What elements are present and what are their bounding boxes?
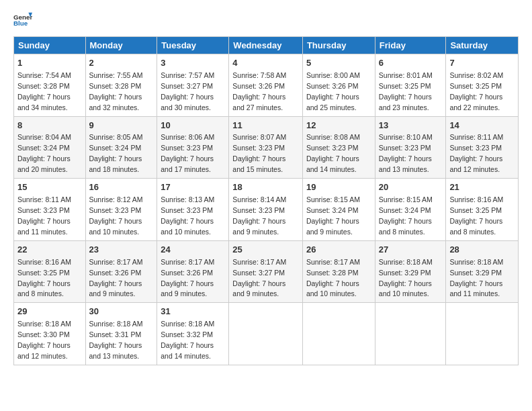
calendar-cell: 23Sunrise: 8:17 AMSunset: 3:26 PMDayligh…	[85, 240, 157, 303]
cell-info: Sunrise: 8:18 AMSunset: 3:31 PMDaylight:…	[89, 320, 143, 360]
cell-info: Sunrise: 8:11 AMSunset: 3:23 PMDaylight:…	[17, 195, 71, 236]
day-number: 29	[17, 306, 82, 318]
cell-info: Sunrise: 8:10 AMSunset: 3:23 PMDaylight:…	[379, 133, 433, 173]
calendar-cell: 13Sunrise: 8:10 AMSunset: 3:23 PMDayligh…	[375, 116, 446, 179]
cell-info: Sunrise: 8:01 AMSunset: 3:25 PMDaylight:…	[379, 71, 433, 111]
calendar-cell: 28Sunrise: 8:18 AMSunset: 3:29 PMDayligh…	[446, 240, 519, 303]
calendar-cell: 2Sunrise: 7:55 AMSunset: 3:28 PMDaylight…	[85, 54, 157, 117]
cell-info: Sunrise: 8:08 AMSunset: 3:23 PMDaylight:…	[306, 133, 360, 173]
svg-text:Blue: Blue	[13, 19, 28, 27]
day-number: 11	[232, 120, 299, 132]
cell-info: Sunrise: 8:18 AMSunset: 3:29 PMDaylight:…	[379, 258, 433, 298]
logo-icon: General Blue	[13, 11, 32, 30]
day-number: 28	[449, 244, 515, 257]
cell-info: Sunrise: 8:06 AMSunset: 3:23 PMDaylight:…	[161, 133, 214, 173]
day-number: 19	[306, 181, 371, 194]
cell-info: Sunrise: 8:17 AMSunset: 3:26 PMDaylight:…	[161, 258, 214, 298]
calendar-table: SundayMondayTuesdayWednesdayThursdayFrid…	[13, 36, 519, 365]
calendar-cell: 21Sunrise: 8:16 AMSunset: 3:25 PMDayligh…	[446, 179, 519, 241]
cell-info: Sunrise: 8:12 AMSunset: 3:23 PMDaylight:…	[89, 195, 143, 236]
cell-info: Sunrise: 8:18 AMSunset: 3:29 PMDaylight:…	[449, 258, 503, 298]
calendar-cell: 3Sunrise: 7:57 AMSunset: 3:27 PMDaylight…	[157, 54, 229, 117]
cell-info: Sunrise: 8:00 AMSunset: 3:26 PMDaylight:…	[306, 71, 360, 111]
cell-info: Sunrise: 7:57 AMSunset: 3:27 PMDaylight:…	[161, 71, 214, 111]
weekday-header: Monday	[85, 37, 157, 54]
day-number: 22	[17, 244, 82, 257]
calendar-cell: 24Sunrise: 8:17 AMSunset: 3:26 PMDayligh…	[157, 240, 229, 303]
calendar-cell: 10Sunrise: 8:06 AMSunset: 3:23 PMDayligh…	[157, 116, 229, 179]
calendar-cell: 27Sunrise: 8:18 AMSunset: 3:29 PMDayligh…	[375, 240, 446, 303]
weekday-header: Sunday	[14, 37, 86, 54]
weekday-header: Tuesday	[157, 37, 229, 54]
calendar-cell: 16Sunrise: 8:12 AMSunset: 3:23 PMDayligh…	[85, 179, 157, 241]
weekday-header: Friday	[375, 37, 446, 54]
calendar-cell: 17Sunrise: 8:13 AMSunset: 3:23 PMDayligh…	[157, 179, 229, 241]
calendar-cell: 19Sunrise: 8:15 AMSunset: 3:24 PMDayligh…	[302, 179, 375, 241]
day-number: 18	[232, 181, 299, 194]
calendar-cell	[302, 303, 375, 365]
cell-info: Sunrise: 8:11 AMSunset: 3:23 PMDaylight:…	[449, 133, 503, 173]
day-number: 20	[379, 181, 443, 194]
calendar-cell: 25Sunrise: 8:17 AMSunset: 3:27 PMDayligh…	[229, 240, 303, 303]
cell-info: Sunrise: 8:16 AMSunset: 3:25 PMDaylight:…	[449, 195, 503, 236]
cell-info: Sunrise: 8:02 AMSunset: 3:25 PMDaylight:…	[449, 71, 503, 111]
calendar-cell: 11Sunrise: 8:07 AMSunset: 3:23 PMDayligh…	[229, 116, 303, 179]
day-number: 8	[17, 120, 82, 132]
calendar-cell: 30Sunrise: 8:18 AMSunset: 3:31 PMDayligh…	[85, 303, 157, 365]
cell-info: Sunrise: 8:05 AMSunset: 3:24 PMDaylight:…	[89, 133, 143, 173]
day-number: 15	[17, 181, 82, 194]
cell-info: Sunrise: 8:16 AMSunset: 3:25 PMDaylight:…	[17, 258, 71, 298]
day-number: 16	[89, 181, 154, 194]
cell-info: Sunrise: 8:17 AMSunset: 3:26 PMDaylight:…	[89, 258, 143, 298]
day-number: 2	[89, 57, 154, 70]
header: General Blue	[13, 11, 519, 30]
day-number: 26	[306, 244, 371, 257]
day-number: 6	[379, 57, 443, 70]
calendar-cell: 31Sunrise: 8:18 AMSunset: 3:32 PMDayligh…	[157, 303, 229, 365]
day-number: 24	[161, 244, 225, 257]
calendar-cell: 7Sunrise: 8:02 AMSunset: 3:25 PMDaylight…	[446, 54, 519, 117]
calendar-cell: 12Sunrise: 8:08 AMSunset: 3:23 PMDayligh…	[302, 116, 375, 179]
calendar-cell: 6Sunrise: 8:01 AMSunset: 3:25 PMDaylight…	[375, 54, 446, 117]
calendar-cell: 15Sunrise: 8:11 AMSunset: 3:23 PMDayligh…	[14, 179, 86, 241]
weekday-header: Saturday	[446, 37, 519, 54]
day-number: 9	[89, 120, 154, 132]
day-number: 3	[161, 57, 225, 70]
calendar-cell: 20Sunrise: 8:15 AMSunset: 3:24 PMDayligh…	[375, 179, 446, 241]
calendar-cell	[446, 303, 519, 365]
cell-info: Sunrise: 7:54 AMSunset: 3:28 PMDaylight:…	[17, 71, 71, 111]
calendar-cell	[229, 303, 303, 365]
cell-info: Sunrise: 8:13 AMSunset: 3:23 PMDaylight:…	[161, 195, 214, 236]
day-number: 7	[449, 57, 515, 70]
day-number: 13	[379, 120, 443, 132]
day-number: 25	[232, 244, 299, 257]
day-number: 14	[449, 120, 515, 132]
calendar-cell: 22Sunrise: 8:16 AMSunset: 3:25 PMDayligh…	[14, 240, 86, 303]
day-number: 23	[89, 244, 154, 257]
day-number: 31	[161, 306, 225, 318]
cell-info: Sunrise: 8:17 AMSunset: 3:28 PMDaylight:…	[306, 258, 360, 298]
day-number: 17	[161, 181, 225, 194]
cell-info: Sunrise: 8:15 AMSunset: 3:24 PMDaylight:…	[379, 195, 433, 236]
day-number: 30	[89, 306, 154, 318]
cell-info: Sunrise: 7:58 AMSunset: 3:26 PMDaylight:…	[232, 71, 286, 111]
calendar-cell: 8Sunrise: 8:04 AMSunset: 3:24 PMDaylight…	[14, 116, 86, 179]
cell-info: Sunrise: 8:18 AMSunset: 3:32 PMDaylight:…	[161, 320, 214, 360]
calendar-cell: 29Sunrise: 8:18 AMSunset: 3:30 PMDayligh…	[14, 303, 86, 365]
day-number: 21	[449, 181, 515, 194]
weekday-header: Thursday	[302, 37, 375, 54]
cell-info: Sunrise: 8:07 AMSunset: 3:23 PMDaylight:…	[232, 133, 286, 173]
day-number: 5	[306, 57, 371, 70]
calendar-cell: 14Sunrise: 8:11 AMSunset: 3:23 PMDayligh…	[446, 116, 519, 179]
cell-info: Sunrise: 8:15 AMSunset: 3:24 PMDaylight:…	[306, 195, 360, 236]
logo: General Blue	[13, 11, 32, 30]
calendar-cell: 1Sunrise: 7:54 AMSunset: 3:28 PMDaylight…	[14, 54, 86, 117]
cell-info: Sunrise: 8:18 AMSunset: 3:30 PMDaylight:…	[17, 320, 71, 360]
cell-info: Sunrise: 8:04 AMSunset: 3:24 PMDaylight:…	[17, 133, 71, 173]
day-number: 12	[306, 120, 371, 132]
cell-info: Sunrise: 8:17 AMSunset: 3:27 PMDaylight:…	[232, 258, 286, 298]
day-number: 10	[161, 120, 225, 132]
cell-info: Sunrise: 7:55 AMSunset: 3:28 PMDaylight:…	[89, 71, 143, 111]
day-number: 4	[232, 57, 299, 70]
weekday-header: Wednesday	[229, 37, 303, 54]
